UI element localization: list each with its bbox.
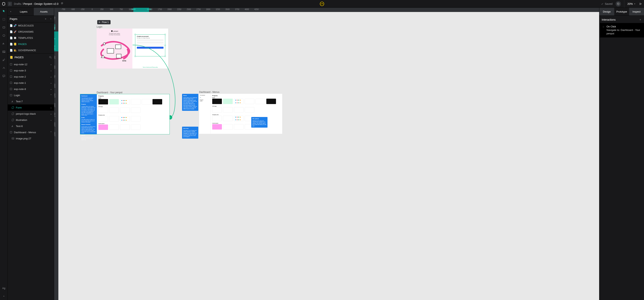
layer-row[interactable]: exp-note-12⌄ xyxy=(8,61,54,67)
layer-row[interactable]: exp-note-2⌄ xyxy=(8,73,54,80)
path-tool-icon[interactable] xyxy=(2,66,6,70)
ruler-vertical[interactable]: -1000-750-500-25002505007501000125015001… xyxy=(54,12,58,300)
svg-rect-22 xyxy=(116,54,121,58)
svg-rect-19 xyxy=(12,138,14,139)
rect-tool-icon[interactable] xyxy=(2,25,6,29)
avatar[interactable]: KR xyxy=(320,2,324,6)
pages-section-header: Pages ＋ xyxy=(8,15,54,22)
board-login[interactable]: penpot The open-source solutionfor desig… xyxy=(97,28,168,68)
svg-rect-14 xyxy=(10,76,12,77)
password-field[interactable] xyxy=(137,42,164,43)
ruler-horizontal[interactable]: -750-500-2500250500750100012501500175020… xyxy=(58,8,599,12)
svg-rect-12 xyxy=(10,63,12,65)
frame-label-dashboard-menus[interactable]: Dashboard - Menus xyxy=(199,91,219,93)
layer-row[interactable]: AText-6 xyxy=(8,123,54,129)
pages-list: 📄🧬MOLECULES📄🚀ORGANISMS📄◻️TEMPLATES📄📒PAGE… xyxy=(8,22,54,53)
svg-text:I: I xyxy=(4,43,4,45)
add-interaction-button[interactable]: ＋ xyxy=(639,18,642,21)
email-field[interactable] xyxy=(137,39,164,41)
frame-tool-icon[interactable] xyxy=(2,17,6,21)
svg-point-11 xyxy=(50,56,51,58)
image-tool-icon[interactable] xyxy=(2,50,6,54)
breadcrumb-root[interactable]: Drafts xyxy=(14,2,21,5)
save-status: Saved xyxy=(601,2,612,5)
collapse-panel-button[interactable] xyxy=(8,8,14,15)
interaction-card[interactable]: On Click Navigate to: Dashboard - Your p… xyxy=(599,23,644,37)
svg-text:A: A xyxy=(2,42,4,45)
form: Create an account It's free, it's Open S… xyxy=(135,34,165,50)
login-footer[interactable]: Terms of service and Privacy policy xyxy=(132,67,168,68)
layer-row[interactable]: exp-note-1⌄ xyxy=(8,80,54,86)
file-options-callout: File optionsClicking on it for a file ca… xyxy=(251,117,268,128)
main-menu-button[interactable] xyxy=(8,2,12,6)
breadcrumb-current[interactable]: Penpot - Design System v2.0 xyxy=(24,2,58,5)
tab-prototype[interactable]: Prototype xyxy=(614,8,629,15)
zoom-dropdown[interactable]: 20% xyxy=(628,2,636,5)
user-area-callout: User areaThis leads to your Change your … xyxy=(182,127,198,139)
play-preview-icon[interactable] xyxy=(639,2,642,5)
board-dashboard-your-penpot[interactable]: DashboardThe dashboard is the place wher… xyxy=(80,94,170,134)
primary-cta-button[interactable] xyxy=(137,47,164,49)
breadcrumb[interactable]: Drafts / Penpot - Design System v2.0 xyxy=(14,2,64,5)
create-account-button[interactable] xyxy=(137,44,164,45)
svg-point-2 xyxy=(10,4,10,5)
board-dashboard-menus[interactable]: Your penpot🔍ProjectsDrafts ProjectsDraft… xyxy=(199,94,280,140)
brand-logo: penpot xyxy=(111,30,118,32)
layer-row[interactable]: Form⌄ xyxy=(8,104,54,111)
tab-layers[interactable]: Layers xyxy=(14,8,34,15)
ellipse-tool-icon[interactable] xyxy=(2,33,6,37)
svg-rect-6 xyxy=(3,27,5,28)
pen-tool-icon[interactable] xyxy=(2,58,6,62)
page-row[interactable]: 📄◻️TEMPLATES xyxy=(8,35,54,41)
layer-row[interactable]: penpot-logo-black⌄ xyxy=(8,111,54,117)
login-form-panel: Create an account It's free, it's Open S… xyxy=(132,28,168,68)
svg-rect-5 xyxy=(3,18,5,20)
layer-row[interactable]: image.png-27 xyxy=(8,135,54,141)
search-layers-icon[interactable] xyxy=(49,56,52,59)
cursor-tool-icon[interactable] xyxy=(2,9,6,13)
svg-rect-15 xyxy=(10,82,12,84)
layer-row[interactable]: exp-note-3⌄ xyxy=(8,67,54,73)
group-icon xyxy=(12,106,14,109)
page-row[interactable]: 📄🧬MOLECULES xyxy=(8,22,54,28)
svg-point-28 xyxy=(604,26,604,26)
layer-row[interactable]: exp-note-8⌄ xyxy=(8,86,54,92)
duplicate-icon[interactable] xyxy=(61,2,64,5)
svg-rect-10 xyxy=(3,51,5,52)
history-icon[interactable] xyxy=(616,1,621,6)
frame-icon xyxy=(10,131,12,134)
right-panel: DesignPrototypeInspect Interactions ＋ On… xyxy=(599,8,644,300)
comment-tool-icon[interactable] xyxy=(2,74,6,78)
app-logo xyxy=(2,2,6,6)
tab-inspect[interactable]: Inspect xyxy=(629,8,644,15)
frame-label-login[interactable]: Login xyxy=(97,25,102,28)
collapse-pages-icon[interactable] xyxy=(50,18,52,20)
text-tool-icon[interactable]: AI xyxy=(2,42,6,45)
frame-icon xyxy=(10,63,12,66)
tab-assets[interactable]: Assets xyxy=(34,8,54,15)
frame-icon xyxy=(10,88,12,90)
svg-rect-21 xyxy=(116,45,121,49)
canvas-viewport[interactable]: -750-500-2500250500750100012501500175020… xyxy=(54,8,599,300)
page-row[interactable]: 📄🧑‍⚖️GOVERNANCE xyxy=(8,47,54,53)
right-panel-tabs: DesignPrototypeInspect xyxy=(599,8,644,15)
group-icon xyxy=(12,119,14,121)
drag-handle-icon[interactable] xyxy=(602,25,604,35)
divider xyxy=(624,0,624,8)
frame-label-dashboard-yp[interactable]: Dashboard - Your penpot xyxy=(97,91,122,94)
illustration-icon: SVG xyxy=(98,35,131,67)
layer-row[interactable]: Login⌄ xyxy=(8,92,54,98)
form-selection[interactable]: Create an account It's free, it's Open S… xyxy=(135,34,165,56)
tab-design[interactable]: Design xyxy=(599,8,614,15)
svg-point-0 xyxy=(10,3,10,3)
page-row[interactable]: 📄🚀ORGANISMS xyxy=(8,28,54,35)
layer-row[interactable]: Dashboard - Menus⌄ xyxy=(8,129,54,135)
typography-panel-icon[interactable]: Ag xyxy=(2,286,6,290)
chevron-up-icon[interactable] xyxy=(2,294,6,298)
layer-row[interactable]: illustration⌄ xyxy=(8,117,54,123)
add-page-button[interactable]: ＋ xyxy=(44,17,47,21)
layer-row[interactable]: AText-7 xyxy=(8,98,54,104)
section-title: Interactions xyxy=(602,18,616,21)
page-row[interactable]: 📄📒PAGES xyxy=(8,41,54,47)
flow-tag[interactable]: Flow 1 xyxy=(97,20,110,24)
